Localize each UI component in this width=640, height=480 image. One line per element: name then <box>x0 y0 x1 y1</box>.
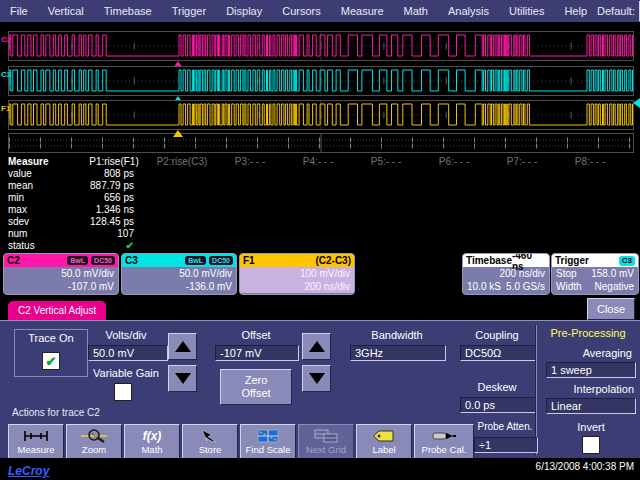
averaging-field[interactable]: 1 sweep <box>546 362 636 378</box>
zoom-button[interactable]: Zoom <box>66 424 122 459</box>
measure-value-cell <box>216 228 284 240</box>
find-scale-button[interactable]: Find Scale <box>240 424 296 459</box>
offset-down-button[interactable] <box>302 365 331 392</box>
trigger-level-arrow[interactable] <box>633 98 640 108</box>
measure-column-header[interactable]: P6:- - - <box>420 156 488 168</box>
measure-column-header[interactable]: P8:- - - <box>556 156 624 168</box>
timebase-samples: 10.0 kS <box>467 280 501 293</box>
timebase-descriptor[interactable]: Timebase -460 ns 200 ns/div 10.0 kS 5.0 … <box>462 253 550 295</box>
trigger-slope: Negative <box>595 280 634 293</box>
menu-item-vertical[interactable]: Vertical <box>38 5 94 17</box>
measure-value-cell <box>352 192 420 204</box>
c3-bwl-badge: BwL <box>185 256 206 265</box>
c2-vertical-adjust-dialog: Trace On ✔ Volts/div 50.0 mV Variable Ga… <box>0 320 640 459</box>
measure-column-header[interactable]: P3:- - - <box>216 156 284 168</box>
offset-up-button[interactable] <box>302 333 331 360</box>
menu-item-display[interactable]: Display <box>216 5 272 17</box>
math-button[interactable]: f(x)Math <box>124 424 180 459</box>
measure-column-header[interactable]: P1:rise(F1) <box>80 156 148 168</box>
measure-value-cell <box>420 192 488 204</box>
menu-item-analysis[interactable]: Analysis <box>438 5 499 17</box>
label-button[interactable]: Label <box>356 424 412 459</box>
menu-right: Default: Undo <box>597 1 640 22</box>
menu-item-utilities[interactable]: Utilities <box>499 5 554 17</box>
variable-gain-checkbox[interactable] <box>114 383 132 401</box>
trace-on-checkbox[interactable]: ✔ <box>42 352 60 370</box>
trigger-type-row: Width Negative <box>552 280 638 293</box>
channel-descriptor-c2[interactable]: C2 BwL DC50 50.0 mV/div -107.0 mV <box>3 253 119 295</box>
measure-value-cell <box>148 204 216 216</box>
c2-trace <box>9 32 633 60</box>
probe-cal--button[interactable]: Probe Cal. <box>414 424 474 459</box>
measure-button[interactable]: Measure <box>8 424 64 459</box>
offset-field[interactable]: -107 mV <box>215 345 299 361</box>
deskew-label: Deskew <box>460 381 534 393</box>
menu-item-cursors[interactable]: Cursors <box>272 5 331 17</box>
measure-value-cell: 656 ps <box>80 192 148 204</box>
measure-value-cell <box>556 180 624 192</box>
timebase-sampling-row: 10.0 kS 5.0 GS/s <box>463 280 549 293</box>
measure-row-label: mean <box>8 180 80 192</box>
menu-item-help[interactable]: Help <box>554 5 597 17</box>
measure-value-cell <box>352 180 420 192</box>
measure-value-cell <box>352 204 420 216</box>
math-icon: f(x) <box>143 428 162 443</box>
action-button-label: Probe Cal. <box>422 444 467 455</box>
action-button-label: Measure <box>18 444 55 455</box>
c3-header: C3 BwL DC50 <box>122 254 236 267</box>
measure-row-labels: Measure valuemeanminmaxsdevnumstatus <box>0 156 80 252</box>
oscilloscope-screen: FileVerticalTimebaseTriggerDisplayCursor… <box>0 0 640 480</box>
trace-descriptor-f1[interactable]: F1 (C2-C3) 100 mV/div 200 ns/div <box>239 253 355 295</box>
volts-div-field[interactable]: 50.0 mV <box>88 345 168 361</box>
next-grid-button: Next Grid <box>298 424 354 459</box>
measure-column-header[interactable]: P4:- - - <box>284 156 352 168</box>
waveform-strip-c2 <box>8 31 634 61</box>
bandwidth-field[interactable]: 3GHz <box>350 345 446 361</box>
measure-value-cell <box>488 192 556 204</box>
channel-descriptor-c3[interactable]: C3 BwL DC50 50.0 mV/div -136.0 mV <box>121 253 237 295</box>
measure-value-cell <box>420 204 488 216</box>
measure-column-header[interactable]: P5:- - - <box>352 156 420 168</box>
action-button-label: Find Scale <box>246 444 291 455</box>
f1-function: (C2-C3) <box>315 255 351 266</box>
trigger-descriptor[interactable]: Trigger C3 Stop 158.0 mV Width Negative <box>551 253 639 295</box>
coupling-field[interactable]: DC50Ω <box>460 345 536 361</box>
down-arrow-icon <box>175 373 191 384</box>
close-button[interactable]: Close <box>587 298 635 320</box>
c2-volts-div: 50.0 mV/div <box>8 267 114 280</box>
measure-column-header[interactable]: P7:- - - <box>488 156 556 168</box>
menu-item-file[interactable]: File <box>0 5 38 17</box>
menu-item-trigger[interactable]: Trigger <box>162 5 216 17</box>
measure-column: P1:rise(F1)808 ps887.79 ps656 ps1.346 ns… <box>80 156 148 252</box>
timebase-header: Timebase -460 ns <box>463 254 549 267</box>
measure-value-cell <box>420 216 488 228</box>
f1-volts-div: 100 mV/div <box>244 267 350 280</box>
measure-value-cell <box>284 192 352 204</box>
menu-item-measure[interactable]: Measure <box>331 5 394 17</box>
measure-column: P6:- - - <box>420 156 488 252</box>
measure-status-cell <box>352 240 420 252</box>
trigger-mode: Stop <box>556 267 577 280</box>
menu-item-timebase[interactable]: Timebase <box>94 5 162 17</box>
measure-row-label: num <box>8 228 80 240</box>
f1-header: F1 (C2-C3) <box>240 254 354 267</box>
c3-trace <box>9 67 633 95</box>
f1-trigger-position-marker[interactable] <box>173 130 183 137</box>
zero-offset-button[interactable]: Zero Offset <box>220 369 292 405</box>
action-button-label: Store <box>199 444 222 455</box>
zoom-icon <box>81 428 107 443</box>
store-button[interactable]: Store <box>182 424 238 459</box>
interpolation-label: Interpolation <box>542 383 634 395</box>
measure-column-header[interactable]: P2:rise(C3) <box>148 156 216 168</box>
tab-c2-vertical-adjust[interactable]: C2 Vertical Adjust <box>8 301 106 320</box>
invert-checkbox[interactable] <box>582 436 600 454</box>
volts-div-up-button[interactable] <box>168 333 197 360</box>
deskew-field[interactable]: 0.0 ps <box>460 397 536 413</box>
interpolation-field[interactable]: Linear <box>546 398 636 414</box>
waveform-strip-c3 <box>8 66 634 96</box>
probe-atten-field[interactable]: ÷1 <box>474 437 538 453</box>
c3-strip-label: C3 <box>1 70 11 79</box>
menu-item-math[interactable]: Math <box>394 5 438 17</box>
trigger-level: 158.0 mV <box>591 267 634 280</box>
volts-div-down-button[interactable] <box>168 365 197 392</box>
